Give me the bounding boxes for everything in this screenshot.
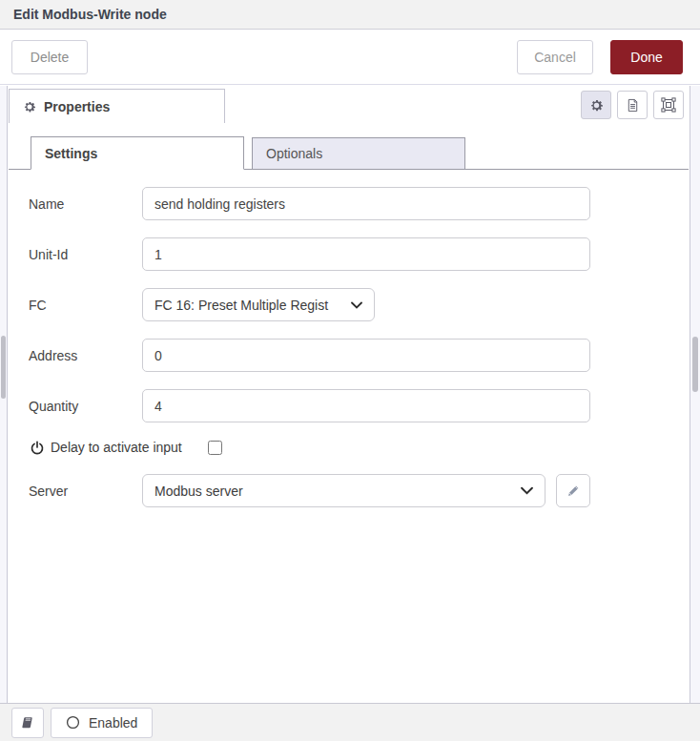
node-help-button[interactable] [11,708,44,738]
enabled-label: Enabled [89,715,137,731]
description-icon-button[interactable] [617,91,648,119]
name-label: Name [29,196,142,212]
done-button[interactable]: Done [610,40,683,74]
server-label: Server [29,484,142,499]
edit-node-dialog: Edit Modbus-Write node Delete Cancel Don… [0,0,700,741]
dialog-toolbar: Delete Cancel Done [0,30,700,85]
dialog-title: Edit Modbus-Write node [13,7,167,22]
server-selected-value: Modbus server [154,484,243,499]
left-scrollbar-thumb[interactable] [1,336,6,399]
fc-row: FC FC 16: Preset Multiple Regist [29,288,689,321]
address-row: Address [29,339,689,372]
pencil-icon [566,484,581,498]
delay-label-group: Delay to activate input [31,440,182,455]
properties-gear-icon-button[interactable] [581,91,611,119]
address-input[interactable] [142,339,590,372]
tab-optionals-label: Optionals [266,146,322,161]
editor-tab-icons [581,91,684,119]
dialog-body: Properties [0,86,700,703]
properties-tab-label: Properties [44,99,110,114]
delay-label: Delay to activate input [51,440,182,455]
quantity-row: Quantity [29,389,689,422]
dialog-content: Properties [9,86,689,703]
tab-settings-label: Settings [45,146,97,161]
unit-id-row: Unit-Id [29,237,689,271]
dialog-footer: Enabled [0,703,700,741]
server-select[interactable]: Modbus server [142,474,546,507]
server-row: Server Modbus server [29,474,689,507]
appearance-icon-button[interactable] [653,91,684,119]
circle-icon [66,715,80,730]
gear-icon [23,100,36,113]
quantity-input[interactable] [142,389,590,422]
delay-checkbox[interactable] [208,441,222,455]
name-row: Name [29,187,689,220]
right-scrollbar[interactable] [690,86,700,703]
power-icon [31,441,44,455]
tab-properties[interactable]: Properties [9,89,225,123]
properties-tab-row: Properties [9,86,689,123]
delete-button[interactable]: Delete [11,40,88,74]
gear-icon [589,98,604,113]
chevron-down-icon [521,486,533,495]
quantity-label: Quantity [29,399,142,414]
tab-settings[interactable]: Settings [31,136,244,170]
edit-server-button[interactable] [556,474,590,507]
settings-form: Name Unit-Id FC FC 16: Preset Multiple R… [9,170,689,507]
dialog-header: Edit Modbus-Write node [0,0,700,30]
fc-selected-value: FC 16: Preset Multiple Regist [154,298,328,313]
right-scrollbar-thumb[interactable] [692,337,698,392]
tab-optionals[interactable]: Optionals [252,137,465,169]
unit-id-label: Unit-Id [29,247,142,262]
left-scrollbar[interactable] [0,86,8,703]
fc-label: FC [29,298,142,313]
delay-row: Delay to activate input [31,440,689,455]
fc-select[interactable]: FC 16: Preset Multiple Regist [142,288,375,321]
address-label: Address [29,348,142,363]
book-icon [21,716,34,730]
document-icon [626,98,640,113]
enabled-toggle-button[interactable]: Enabled [51,708,153,738]
name-input[interactable] [142,187,590,220]
unit-id-input[interactable] [142,237,590,271]
object-group-icon [661,97,676,113]
chevron-down-icon [351,301,362,309]
settings-tab-bar: Settings Optionals [9,136,689,170]
cancel-button[interactable]: Cancel [517,40,593,74]
